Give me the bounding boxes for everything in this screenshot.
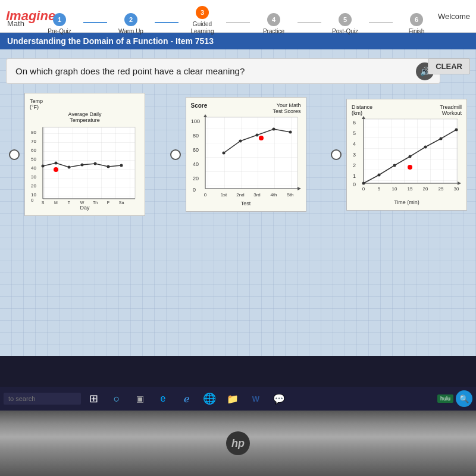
svg-point-76 <box>424 145 427 148</box>
taskbar-taskvw-btn[interactable]: ▣ <box>129 388 151 409</box>
svg-point-27 <box>54 167 58 172</box>
page-title-bar: Understanding the Domain of a Function -… <box>0 33 476 49</box>
main-content: On which graph does the red point have a… <box>0 49 476 356</box>
svg-text:30: 30 <box>454 186 459 192</box>
svg-point-79 <box>408 165 412 170</box>
graph-option-1[interactable]: Temp(°F) Average DailyTemperature 80 70 … <box>9 93 145 216</box>
svg-text:3rd: 3rd <box>253 192 261 198</box>
graph-card-1: Temp(°F) Average DailyTemperature 80 70 … <box>24 93 145 216</box>
svg-text:15: 15 <box>408 186 413 192</box>
svg-text:10: 10 <box>392 186 397 192</box>
svg-text:0: 0 <box>31 198 34 203</box>
laptop-bottom: hp <box>0 411 476 476</box>
welcome-text: Welcome <box>438 12 470 21</box>
svg-text:10: 10 <box>31 192 36 198</box>
svg-text:70: 70 <box>31 139 36 144</box>
step-circle-3: 3 <box>196 6 209 19</box>
svg-text:80: 80 <box>31 130 36 135</box>
logo-subtitle: Math <box>7 19 24 28</box>
svg-point-46 <box>222 152 225 155</box>
svg-text:20: 20 <box>423 186 428 192</box>
question-box: On which graph does the red point have a… <box>6 58 440 84</box>
taskbar: ⊞ ○ ▣ e ℯ 🌐 📁 W 💬 hulu 🔍 <box>0 387 476 411</box>
svg-point-75 <box>409 155 412 158</box>
step-label-1: Pre-Quiz <box>48 28 71 35</box>
svg-rect-35 <box>205 117 298 189</box>
step-line-1 <box>83 22 107 23</box>
svg-point-77 <box>440 137 443 140</box>
svg-point-22 <box>68 166 71 169</box>
taskbar-msg-btn[interactable]: 💬 <box>268 388 290 409</box>
taskbar-cortana-btn[interactable]: ○ <box>106 388 127 409</box>
step-label-2: Warm Up <box>118 28 143 35</box>
taskbar-app-btn[interactable]: 🔍 <box>456 390 472 407</box>
svg-point-73 <box>378 173 381 176</box>
svg-text:80: 80 <box>193 133 199 139</box>
step-label-3: GuidedLearning <box>191 21 214 35</box>
step-circle-1: 1 <box>53 13 66 26</box>
svg-text:Sa: Sa <box>119 201 124 205</box>
graph3-svg: 6 5 4 3 2 1 0 <box>352 116 462 199</box>
svg-text:0: 0 <box>353 181 356 187</box>
step-2[interactable]: 2 Warm Up <box>107 13 155 35</box>
taskbar-word-btn[interactable]: W <box>245 388 267 409</box>
svg-rect-60 <box>364 119 458 183</box>
taskbar-hulu-btn[interactable]: hulu <box>437 394 453 403</box>
taskbar-edge-btn[interactable]: e <box>152 388 174 409</box>
svg-point-48 <box>255 134 258 137</box>
taskbar-folder-btn[interactable]: 📁 <box>222 388 243 409</box>
svg-point-20 <box>42 165 45 168</box>
svg-text:4: 4 <box>353 141 356 147</box>
step-6[interactable]: 6 Finish <box>393 13 440 35</box>
svg-text:25: 25 <box>439 186 444 192</box>
svg-point-51 <box>259 136 264 140</box>
svg-text:40: 40 <box>193 161 199 167</box>
graph2-ylabel: Score <box>191 102 208 109</box>
step-3[interactable]: 3 GuidedLearning <box>178 6 226 35</box>
step-label-6: Finish <box>409 28 425 35</box>
svg-text:6: 6 <box>353 120 356 126</box>
svg-marker-64 <box>362 116 365 119</box>
graph2-xlabel: Test <box>191 201 301 206</box>
svg-point-26 <box>120 164 123 167</box>
svg-text:50: 50 <box>31 156 36 162</box>
svg-text:T: T <box>68 201 71 205</box>
step-1[interactable]: 1 Pre-Quiz <box>36 13 83 35</box>
radio-3[interactable] <box>331 149 342 160</box>
radio-2[interactable] <box>170 149 181 160</box>
graph1-title-left: Temp(°F) <box>30 98 140 110</box>
svg-text:S: S <box>42 201 45 205</box>
svg-text:F: F <box>107 201 109 205</box>
svg-point-78 <box>455 128 458 131</box>
step-line-4 <box>298 22 321 23</box>
graph2-title: Your MathTest Scores <box>273 102 300 114</box>
svg-text:Th: Th <box>93 201 98 205</box>
graph-card-3: Distance(km) TreadmillWorkout 6 5 4 3 2 <box>346 99 467 211</box>
svg-text:100: 100 <box>191 118 200 124</box>
step-circle-6: 6 <box>410 13 423 26</box>
graph2-svg: 100 80 60 40 20 0 0 <box>191 114 301 201</box>
graphs-container: Temp(°F) Average DailyTemperature 80 70 … <box>6 93 470 216</box>
taskbar-chrome-btn[interactable]: 🌐 <box>199 388 220 409</box>
step-4[interactable]: 4 Practice <box>250 13 298 35</box>
graph-option-3[interactable]: Distance(km) TreadmillWorkout 6 5 4 3 2 <box>331 93 467 216</box>
svg-text:5: 5 <box>353 130 356 136</box>
clear-button[interactable]: CLEAR <box>428 58 470 74</box>
svg-text:20: 20 <box>193 176 199 181</box>
radio-1[interactable] <box>9 149 20 160</box>
taskbar-ie-btn[interactable]: ℯ <box>176 388 197 409</box>
step-5[interactable]: 5 Post-Quiz <box>321 13 369 35</box>
svg-text:1: 1 <box>353 173 356 179</box>
svg-point-72 <box>362 181 365 184</box>
search-input[interactable] <box>4 393 81 405</box>
step-line-3 <box>226 22 250 23</box>
svg-text:60: 60 <box>193 147 199 153</box>
step-label-4: Practice <box>263 28 284 35</box>
nav-steps: 1 Pre-Quiz 2 Warm Up 3 GuidedLearning 4 … <box>36 0 440 35</box>
graph1-svg: 80 70 60 50 40 30 20 10 0 S <box>30 124 140 205</box>
graph3-title: TreadmillWorkout <box>440 104 462 116</box>
svg-text:4th: 4th <box>270 192 277 198</box>
taskbar-windows-btn[interactable]: ⊞ <box>83 388 104 409</box>
graph-option-2[interactable]: Score Your MathTest Scores 100 80 60 40 … <box>170 93 306 216</box>
hp-logo: hp <box>226 431 250 455</box>
